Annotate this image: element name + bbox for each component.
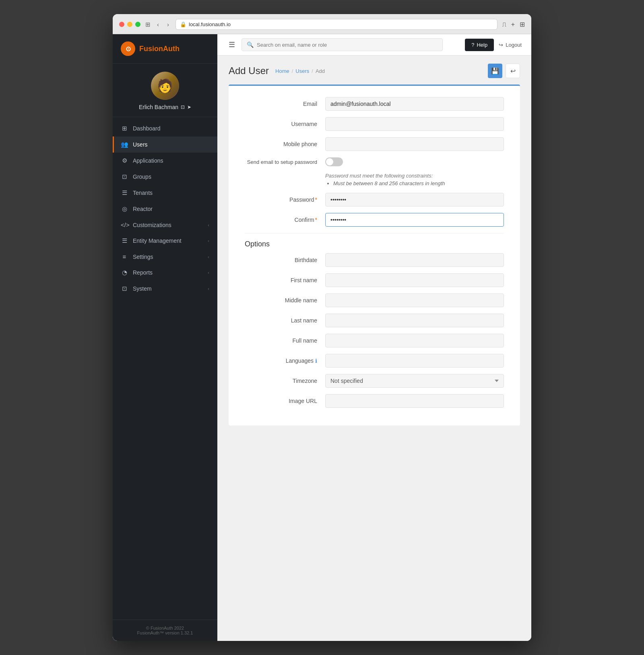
- logout-button[interactable]: ↪ Logout: [499, 42, 522, 48]
- sidebar-item-customizations[interactable]: </> Customizations ‹: [113, 217, 217, 233]
- reports-icon: ◔: [121, 269, 128, 276]
- constraints-header: Password must meet the following constra…: [325, 173, 504, 179]
- username-label: Username: [245, 121, 325, 127]
- chevron-icon: ‹: [208, 254, 209, 259]
- forward-button[interactable]: ›: [165, 20, 171, 29]
- lock-icon: 🔒: [180, 21, 186, 27]
- sidebar-item-applications[interactable]: ⚙ Applications: [113, 153, 217, 169]
- languages-label-area: Languages ℹ: [245, 357, 325, 364]
- back-button[interactable]: ↩: [506, 64, 520, 78]
- mobile-phone-field[interactable]: [325, 137, 504, 151]
- confirm-row: Confirm: [245, 213, 504, 227]
- help-button[interactable]: ? Help: [465, 39, 494, 51]
- first-name-row: First name: [245, 273, 504, 287]
- image-url-row: Image URL: [245, 394, 504, 408]
- search-input[interactable]: [257, 42, 438, 48]
- footer-line1: © FusionAuth 2022: [119, 626, 211, 630]
- share-icon[interactable]: ⎍: [502, 21, 506, 28]
- browser-chrome: ⊞ ‹ › 🔒 local.fusionauth.io ⎍ + ⊞: [113, 14, 531, 34]
- help-icon: ?: [471, 42, 474, 48]
- top-bar: ☰ 🔍 ? Help ↪ Logout: [217, 34, 531, 56]
- email-field[interactable]: [325, 97, 504, 111]
- save-button[interactable]: 💾: [488, 64, 502, 78]
- extensions-icon[interactable]: ⊞: [520, 21, 525, 28]
- menu-toggle-button[interactable]: ☰: [227, 39, 237, 51]
- sidebar-item-settings[interactable]: ≡ Settings ‹: [113, 249, 217, 264]
- page-actions: 💾 ↩: [488, 64, 520, 78]
- main-content: Add User Home / Users / Add 💾: [217, 56, 531, 641]
- user-profile: 🧑 Erlich Bachman ⊡ ➤: [113, 64, 217, 117]
- confirm-field[interactable]: [325, 213, 504, 227]
- back-button[interactable]: ‹: [155, 20, 161, 29]
- sidebar-item-label: Reports: [133, 269, 153, 276]
- tenants-icon: ☰: [121, 189, 128, 196]
- users-icon: 👥: [121, 141, 128, 148]
- breadcrumb: Home / Users / Add: [275, 68, 325, 74]
- sidebar-item-entity-management[interactable]: ☰ Entity Management ‹: [113, 233, 217, 249]
- brand-icon: ⊙: [121, 41, 135, 56]
- sidebar-item-users[interactable]: 👥 Users: [113, 136, 217, 153]
- chevron-icon: ‹: [208, 223, 209, 227]
- sidebar-item-tenants[interactable]: ☰ Tenants: [113, 185, 217, 201]
- close-button[interactable]: [119, 22, 124, 27]
- sidebar-item-reports[interactable]: ◔ Reports ‹: [113, 264, 217, 281]
- password-field[interactable]: [325, 193, 504, 207]
- timezone-select[interactable]: Not specified: [325, 374, 504, 388]
- app-layout: ⊙ FusionAuth 🧑 Erlich Bachman ⊡ ➤ ⊞: [113, 34, 531, 641]
- languages-label: Languages: [286, 357, 314, 364]
- sidebar-item-label: Tenants: [133, 190, 153, 196]
- mobile-phone-label: Mobile phone: [245, 141, 325, 147]
- image-url-field[interactable]: [325, 394, 504, 408]
- sidebar-toggle-icon[interactable]: ⊞: [145, 21, 151, 28]
- birthdate-row: Birthdate: [245, 253, 504, 267]
- customizations-icon: </>: [121, 221, 128, 228]
- user-card-icon: ⊡: [181, 104, 185, 110]
- username-field[interactable]: [325, 117, 504, 131]
- breadcrumb-separator: /: [292, 68, 293, 74]
- logout-icon: ↪: [499, 42, 503, 48]
- back-arrow-icon: ↩: [510, 67, 516, 75]
- address-bar[interactable]: 🔒 local.fusionauth.io: [175, 19, 497, 30]
- first-name-label: First name: [245, 277, 325, 283]
- send-email-row: Send email to setup password: [245, 157, 504, 166]
- full-name-label: Full name: [245, 337, 325, 344]
- groups-icon: ⊡: [121, 173, 128, 180]
- breadcrumb-parent[interactable]: Users: [295, 68, 309, 74]
- sidebar-item-dashboard[interactable]: ⊞ Dashboard: [113, 120, 217, 136]
- maximize-button[interactable]: [135, 22, 140, 27]
- full-name-field[interactable]: [325, 334, 504, 347]
- minimize-button[interactable]: [127, 22, 132, 27]
- first-name-field[interactable]: [325, 273, 504, 287]
- middle-name-field[interactable]: [325, 293, 504, 307]
- breadcrumb-home[interactable]: Home: [275, 68, 289, 74]
- timezone-row: Timezone Not specified: [245, 374, 504, 388]
- page-title-area: Add User Home / Users / Add: [229, 65, 325, 76]
- new-tab-icon[interactable]: +: [511, 21, 515, 28]
- chevron-icon: ‹: [208, 286, 209, 291]
- traffic-lights: [119, 22, 140, 27]
- sidebar-nav: ⊞ Dashboard 👥 Users ⚙ Applications ⊡ Gro…: [113, 117, 217, 620]
- system-icon: ⊡: [121, 285, 128, 292]
- send-email-label: Send email to setup password: [245, 159, 325, 165]
- top-bar-actions: ? Help ↪ Logout: [465, 39, 522, 51]
- last-name-label: Last name: [245, 317, 325, 324]
- chevron-icon: ‹: [208, 270, 209, 275]
- languages-field[interactable]: [325, 354, 504, 368]
- sidebar-footer: © FusionAuth 2022 FusionAuth™ version 1.…: [113, 620, 217, 641]
- form-body: Email Username Mobile phone: [229, 86, 520, 426]
- birthdate-label: Birthdate: [245, 257, 325, 263]
- birthdate-field[interactable]: [325, 253, 504, 267]
- last-name-field[interactable]: [325, 314, 504, 327]
- sidebar-item-system[interactable]: ⊡ System ‹: [113, 281, 217, 297]
- breadcrumb-separator: /: [312, 68, 313, 74]
- reactor-icon: ◎: [121, 205, 128, 213]
- password-constraints: Password must meet the following constra…: [325, 173, 504, 186]
- password-label: Password: [245, 196, 325, 203]
- sidebar-item-groups[interactable]: ⊡ Groups: [113, 169, 217, 185]
- user-location-icon: ➤: [187, 104, 191, 110]
- sidebar-item-reactor[interactable]: ◎ Reactor: [113, 201, 217, 217]
- send-email-toggle[interactable]: [325, 157, 343, 166]
- url-text: local.fusionauth.io: [189, 21, 231, 27]
- last-name-row: Last name: [245, 314, 504, 327]
- avatar-image: 🧑: [151, 72, 179, 100]
